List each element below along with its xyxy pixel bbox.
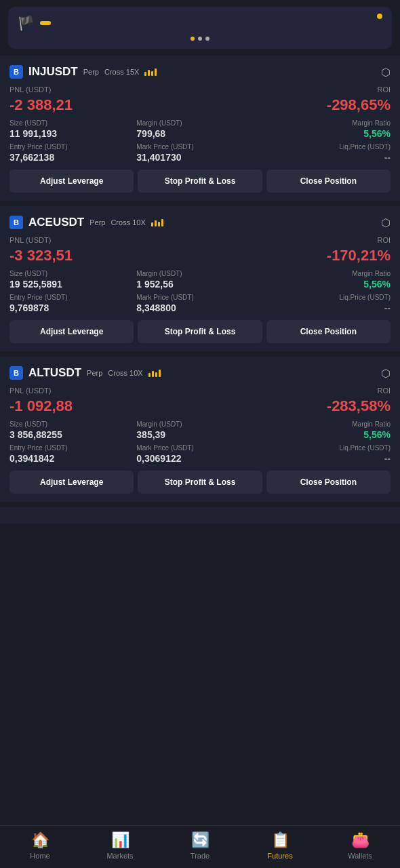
stat-size-alt: Size (USDT) 3 856,88255	[9, 420, 136, 440]
roi-value-inj: -298,65%	[327, 96, 391, 114]
stat-liq-value-ace: --	[264, 302, 391, 313]
card-header-left-ace: B ACEUSDT Perp Cross 10X	[9, 216, 163, 229]
stop-profit-loss-button-ace[interactable]: Stop Profit & Loss	[138, 320, 262, 343]
card-header-alt: B ALTUSDT Perp Cross 10X ⬡	[9, 366, 391, 380]
close-position-button-ace[interactable]: Close Position	[266, 320, 391, 343]
pnl-label-ace: PNL (USDT)	[9, 236, 51, 244]
stats-grid-alt: Size (USDT) 3 856,88255 Margin (USDT) 38…	[9, 420, 391, 464]
roi-label-alt: ROI	[377, 387, 391, 395]
stat-size-label-alt: Size (USDT)	[9, 420, 136, 428]
stat-liq-label-inj: Liq.Price (USDT)	[264, 143, 391, 151]
share-icon-alt[interactable]: ⬡	[381, 367, 391, 380]
dot-3	[205, 37, 209, 41]
stat-mark-alt: Mark Price (USDT) 0,3069122	[136, 444, 263, 464]
tag-cross-inj: Cross 15X	[104, 68, 139, 76]
stat-margin-alt: Margin (USDT) 385,39	[136, 420, 263, 440]
stat-margin-ratio-value-ace: 5,56%	[264, 279, 391, 290]
nav-icon-wallets: 👛	[351, 831, 369, 849]
bars-icon-alt	[148, 370, 161, 377]
pnl-block-ace: PNL (USDT) ROI -3 323,51 -170,21%	[9, 236, 391, 264]
share-icon-ace[interactable]: ⬡	[381, 216, 391, 229]
stat-liq-inj: Liq.Price (USDT) --	[264, 143, 391, 163]
nav-icon-markets: 📊	[111, 831, 129, 849]
adjust-leverage-button-ace[interactable]: Adjust Leverage	[9, 320, 134, 343]
stop-profit-loss-button-inj[interactable]: Stop Profit & Loss	[138, 170, 262, 193]
position-card-ace: B ACEUSDT Perp Cross 10X ⬡ PNL (USDT) RO…	[0, 206, 400, 351]
stat-mark-value-inj: 31,401730	[136, 152, 263, 163]
stat-margin-ratio-label-inj: Margin Ratio	[264, 119, 391, 127]
coin-badge-ace: B	[9, 216, 23, 229]
pnl-row-ace: PNL (USDT) ROI	[9, 236, 391, 244]
stat-mark-inj: Mark Price (USDT) 31,401730	[136, 143, 263, 163]
stat-mark-label-inj: Mark Price (USDT)	[136, 143, 263, 151]
nav-item-markets[interactable]: 📊 Markets	[100, 831, 140, 860]
stat-entry-value-alt: 0,3941842	[9, 453, 136, 464]
position-card-inj: B INJUSDT Perp Cross 15X ⬡ PNL (USDT) RO…	[0, 56, 400, 201]
action-buttons-inj: Adjust Leverage Stop Profit & Loss Close…	[9, 170, 391, 193]
close-position-button-inj[interactable]: Close Position	[266, 170, 391, 193]
pnl-label-alt: PNL (USDT)	[9, 387, 51, 395]
adjust-leverage-button-alt[interactable]: Adjust Leverage	[9, 471, 134, 494]
nav-item-wallets[interactable]: 👛 Wallets	[340, 831, 380, 860]
stat-liq-ace: Liq.Price (USDT) --	[264, 294, 391, 313]
stat-margin-value-alt: 385,39	[136, 429, 263, 440]
position-card-alt: B ALTUSDT Perp Cross 10X ⬡ PNL (USDT) RO…	[0, 357, 400, 502]
pnl-row-values-ace: -3 323,51 -170,21%	[9, 247, 391, 264]
card-header-inj: B INJUSDT Perp Cross 15X ⬡	[9, 65, 391, 79]
pnl-row-alt: PNL (USDT) ROI	[9, 387, 391, 395]
nav-item-futures[interactable]: 📋 Futures	[260, 831, 300, 860]
positions-container: B INJUSDT Perp Cross 15X ⬡ PNL (USDT) RO…	[0, 56, 400, 502]
stat-entry-alt: Entry Price (USDT) 0,3941842	[9, 444, 136, 464]
stat-liq-value-inj: --	[264, 152, 391, 163]
stat-entry-value-inj: 37,662138	[9, 152, 136, 163]
stat-margin-label-inj: Margin (USDT)	[136, 119, 263, 127]
pnl-row-inj: PNL (USDT) ROI	[9, 85, 391, 94]
stat-margin-ratio-ace: Margin Ratio 5,56%	[264, 270, 391, 290]
action-buttons-alt: Adjust Leverage Stop Profit & Loss Close…	[9, 471, 391, 494]
nav-item-trade[interactable]: 🔄 Trade	[180, 831, 220, 860]
nav-label-home: Home	[30, 852, 49, 860]
stat-margin-ratio-value-alt: 5,56%	[264, 429, 391, 440]
stat-margin-label-alt: Margin (USDT)	[136, 420, 263, 428]
coin-name-ace: ACEUSDT	[28, 216, 84, 229]
pnl-row-values-alt: -1 092,88 -283,58%	[9, 397, 391, 415]
tag-cross-ace: Cross 10X	[111, 218, 145, 226]
pnl-value-inj: -2 388,21	[9, 96, 73, 114]
tag-inj: Perp	[83, 68, 99, 76]
stat-size-inj: Size (USDT) 11 991,193	[9, 119, 136, 139]
card-header-left-inj: B INJUSDT Perp Cross 15X	[9, 65, 157, 79]
pnl-block-inj: PNL (USDT) ROI -2 388,21 -298,65%	[9, 85, 391, 114]
pnl-row-values-inj: -2 388,21 -298,65%	[9, 96, 391, 114]
nav-label-markets: Markets	[106, 852, 133, 860]
stat-mark-label-alt: Mark Price (USDT)	[136, 444, 263, 452]
roi-value-alt: -283,58%	[327, 397, 391, 415]
stat-margin-ratio-label-ace: Margin Ratio	[264, 270, 391, 277]
nav-label-wallets: Wallets	[348, 852, 372, 860]
bottom-nav: 🏠 Home 📊 Markets 🔄 Trade 📋 Futures 👛 Wal…	[0, 825, 400, 868]
stat-margin-value-inj: 799,68	[136, 128, 263, 139]
stat-size-label-ace: Size (USDT)	[9, 270, 136, 277]
tag-ace: Perp	[89, 218, 105, 226]
bars-icon-inj	[144, 68, 157, 76]
stat-liq-value-alt: --	[264, 453, 391, 464]
share-icon-inj[interactable]: ⬡	[381, 66, 391, 79]
chart-footer[interactable]	[0, 507, 400, 524]
card-header-left-alt: B ALTUSDT Perp Cross 10X	[9, 366, 161, 380]
notification-badge	[40, 21, 51, 25]
stop-profit-loss-button-alt[interactable]: Stop Profit & Loss	[138, 471, 262, 494]
adjust-leverage-button-inj[interactable]: Adjust Leverage	[9, 170, 134, 193]
close-position-button-alt[interactable]: Close Position	[266, 471, 391, 494]
stat-liq-label-alt: Liq.Price (USDT)	[264, 444, 391, 452]
stat-size-value-ace: 19 525,5891	[9, 279, 136, 290]
stat-liq-label-ace: Liq.Price (USDT)	[264, 294, 391, 301]
coin-name-inj: INJUSDT	[28, 65, 78, 79]
stat-mark-ace: Mark Price (USDT) 8,348800	[136, 294, 263, 313]
nav-item-home[interactable]: 🏠 Home	[20, 831, 60, 860]
stat-size-value-inj: 11 991,193	[9, 128, 136, 139]
stat-entry-label-ace: Entry Price (USDT)	[9, 294, 136, 301]
stat-size-ace: Size (USDT) 19 525,5891	[9, 270, 136, 290]
main-content: 🏴 B INJUSDT Perp Cross 15X	[0, 7, 400, 578]
stat-margin-ace: Margin (USDT) 1 952,56	[136, 270, 263, 290]
notification-emoji: 🏴	[18, 15, 35, 31]
notification-top: 🏴	[18, 15, 382, 31]
